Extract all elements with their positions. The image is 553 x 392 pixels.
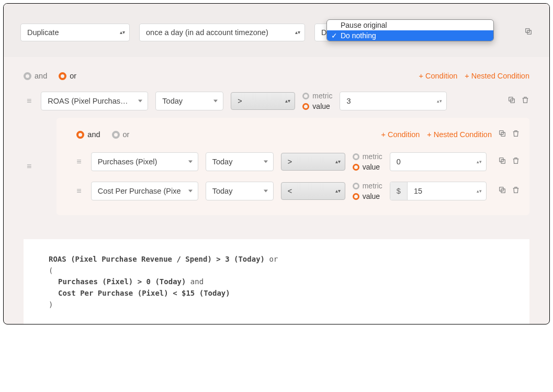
radio-icon xyxy=(302,103,309,110)
metric-field-select[interactable]: Purchases (Pixel) xyxy=(91,152,198,171)
nested-group-header: and or + Condition + Nested Condition xyxy=(66,118,520,147)
copy-icon[interactable] xyxy=(498,186,506,196)
radio-icon xyxy=(302,93,309,99)
outer-logic-or[interactable]: or xyxy=(59,72,76,80)
condition-row: ≡ ROAS (Pixel Purchase Reve Today >▴▾ me… xyxy=(24,84,529,118)
add-nested-condition-button[interactable]: + Nested Condition xyxy=(427,130,492,139)
add-condition-button[interactable]: + Condition xyxy=(419,72,458,80)
compare-mode-metric[interactable]: metric xyxy=(302,92,332,100)
outer-group-header: and or + Condition + Nested Condition xyxy=(24,68,529,84)
currency-prefix: $ xyxy=(390,182,408,200)
drag-handle-icon[interactable]: ≡ xyxy=(73,157,83,166)
action-select-value: Duplicate xyxy=(27,28,59,37)
delete-icon[interactable] xyxy=(512,156,520,167)
chevron-updown-icon: ▴▾ xyxy=(335,189,341,193)
metric-field-select[interactable]: ROAS (Pixel Purchase Reve xyxy=(41,92,148,110)
action-select[interactable]: Duplicate ▴▾ xyxy=(20,24,130,41)
compare-mode-value[interactable]: value xyxy=(302,102,332,110)
rule-summary: ROAS (Pixel Purchase Revenue / Spend) > … xyxy=(24,239,529,324)
copy-icon[interactable] xyxy=(524,27,533,38)
add-condition-button[interactable]: + Condition xyxy=(381,130,420,139)
metric-field-select[interactable]: Cost Per Purchase (Pixe xyxy=(91,182,198,200)
time-window-select[interactable]: Today xyxy=(155,92,223,110)
drag-handle-icon[interactable]: ≡ xyxy=(24,96,33,106)
post-action-dropdown: Pause original Do nothing xyxy=(326,19,494,41)
delete-icon[interactable] xyxy=(512,186,520,196)
chevron-down-icon xyxy=(188,161,193,163)
radio-icon xyxy=(353,153,359,160)
delete-icon[interactable] xyxy=(512,129,520,140)
chevron-down-icon xyxy=(138,100,142,103)
conditions-area: and or + Condition + Nested Condition ≡ … xyxy=(4,57,549,226)
operator-select[interactable]: >▴▾ xyxy=(231,92,295,110)
chevron-updown-icon: ▴▾ xyxy=(335,160,341,163)
radio-icon xyxy=(112,131,120,139)
chevron-down-icon xyxy=(213,100,218,103)
add-nested-condition-button[interactable]: + Nested Condition xyxy=(465,72,529,80)
radio-icon xyxy=(76,131,84,139)
time-window-select[interactable]: Today xyxy=(206,182,274,200)
chevron-updown-icon: ▴▾ xyxy=(285,99,290,103)
value-input[interactable]: $ 15 ▴▾ xyxy=(390,182,487,200)
copy-icon[interactable] xyxy=(498,129,506,140)
value-input[interactable]: 3 ▴▾ xyxy=(340,92,447,110)
operator-select[interactable]: <▴▾ xyxy=(281,182,345,200)
top-toolbar: Duplicate ▴▾ once a day (in ad account t… xyxy=(4,4,549,57)
stepper-icon[interactable]: ▴▾ xyxy=(477,189,482,193)
compare-mode-metric[interactable]: metric xyxy=(353,152,382,161)
radio-icon xyxy=(353,183,359,189)
radio-icon xyxy=(24,72,31,80)
chevron-down-icon xyxy=(264,190,268,193)
radio-icon xyxy=(59,72,66,80)
dropdown-option-do-nothing[interactable]: Do nothing xyxy=(327,30,493,41)
dropdown-option-pause-original[interactable]: Pause original xyxy=(327,20,493,30)
copy-icon[interactable] xyxy=(507,96,516,106)
value-input[interactable]: 0 ▴▾ xyxy=(390,152,487,171)
chevron-down-icon xyxy=(264,161,268,163)
time-window-select[interactable]: Today xyxy=(206,152,274,171)
chevron-down-icon xyxy=(188,190,193,193)
compare-mode-value[interactable]: value xyxy=(353,192,382,200)
frequency-select[interactable]: once a day (in ad account timezone) ▴▾ xyxy=(139,24,305,41)
nested-logic-or[interactable]: or xyxy=(112,130,130,139)
copy-icon[interactable] xyxy=(498,156,506,167)
outer-logic-and[interactable]: and xyxy=(24,72,47,80)
chevron-updown-icon: ▴▾ xyxy=(120,31,125,34)
frequency-select-value: once a day (in ad account timezone) xyxy=(146,28,268,37)
delete-icon[interactable] xyxy=(521,96,529,106)
compare-mode-value[interactable]: value xyxy=(353,163,382,171)
stepper-icon[interactable]: ▴▾ xyxy=(437,99,442,103)
condition-row: ≡ Cost Per Purchase (Pixe Today <▴▾ metr… xyxy=(73,176,520,206)
radio-icon xyxy=(353,164,359,171)
operator-select[interactable]: >▴▾ xyxy=(281,153,345,171)
nested-group: and or + Condition + Nested Condition ≡ xyxy=(57,118,529,215)
radio-icon xyxy=(353,193,359,200)
condition-row: ≡ Purchases (Pixel) Today >▴▾ metric va xyxy=(73,147,520,176)
nested-logic-and[interactable]: and xyxy=(76,130,100,139)
drag-handle-icon[interactable]: ≡ xyxy=(24,162,33,171)
compare-mode-metric[interactable]: metric xyxy=(353,182,382,190)
drag-handle-icon[interactable]: ≡ xyxy=(73,186,83,196)
chevron-updown-icon: ▴▾ xyxy=(295,31,300,34)
stepper-icon[interactable]: ▴▾ xyxy=(477,160,482,164)
